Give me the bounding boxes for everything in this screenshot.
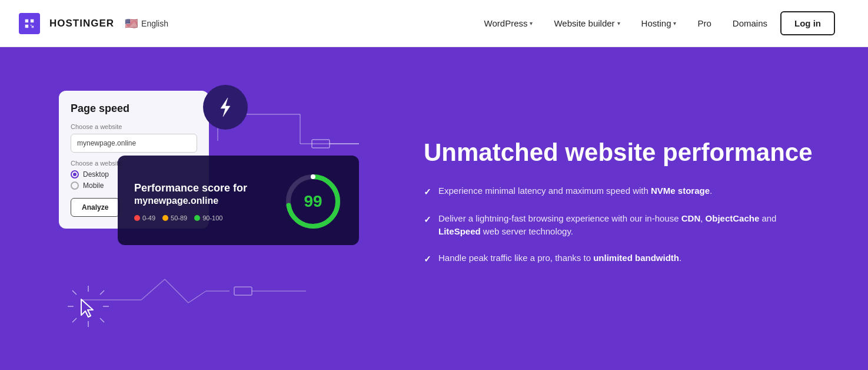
nav-label-domains: Domains — [733, 18, 767, 28]
lightning-bolt-icon — [212, 94, 238, 120]
nav-label-hosting: Hosting — [641, 18, 671, 28]
nav-label-pro: Pro — [697, 18, 711, 28]
widget-area: Page speed Choose a website Choose a web… — [47, 79, 377, 338]
hero-section: Page speed Choose a website Choose a web… — [0, 47, 868, 370]
legend-range-low: 0-49 — [142, 214, 155, 222]
score-number: 99 — [304, 192, 322, 211]
feature-item-cdn: ✓ Deliver a lightning-fast browsing expe… — [424, 212, 821, 239]
legend-item-mid: 50-89 — [162, 214, 187, 222]
score-circle-container: 99 — [284, 172, 342, 231]
website-input[interactable] — [71, 134, 197, 153]
header: HOSTINGER 🇺🇸 English WordPress ▾ Website… — [0, 0, 868, 47]
svg-rect-3 — [312, 140, 330, 148]
logo-area: HOSTINGER — [19, 13, 114, 34]
svg-marker-13 — [221, 98, 230, 117]
language-label: English — [141, 19, 168, 28]
score-legend: 0-49 50-89 90-100 — [134, 214, 272, 222]
logo-brand-text: HOSTINGER — [49, 18, 114, 29]
logo-icon — [19, 13, 40, 34]
svg-line-9 — [188, 291, 206, 303]
svg-rect-11 — [234, 287, 252, 295]
legend-item-low: 0-49 — [134, 214, 155, 222]
login-button[interactable]: Log in — [780, 11, 835, 35]
nav-label-website-builder: Website builder — [554, 18, 614, 28]
legend-dot-high — [194, 215, 200, 221]
checkmark-icon-2: ✓ — [424, 213, 431, 239]
choose-website-label: Choose a website — [71, 123, 197, 130]
page-speed-title: Page speed — [71, 103, 197, 115]
hero-title: Unmatched website performance — [424, 138, 821, 167]
checkmark-icon-1: ✓ — [424, 186, 431, 199]
nav-item-wordpress[interactable]: WordPress ▾ — [476, 14, 541, 33]
nav-item-domains[interactable]: Domains — [724, 14, 776, 33]
feature-item-nvme: ✓ Experience minimal latency and maximum… — [424, 184, 821, 199]
lightning-icon-circle — [203, 85, 248, 130]
feature-text-bandwidth: Handle peak traffic like a pro, thanks t… — [438, 252, 681, 266]
legend-dot-low — [134, 215, 140, 221]
radio-label-mobile: Mobile — [83, 181, 104, 190]
radio-circle-mobile — [71, 181, 79, 190]
svg-line-7 — [141, 279, 165, 300]
language-selector[interactable]: 🇺🇸 English — [125, 17, 168, 30]
nav-item-hosting[interactable]: Hosting ▾ — [633, 14, 685, 33]
nav-item-pro[interactable]: Pro — [689, 14, 719, 33]
hero-right-area: Unmatched website performance ✓ Experien… — [412, 138, 821, 279]
feature-text-nvme: Experience minimal latency and maximum s… — [438, 184, 712, 199]
perf-site: mynewpage.online — [134, 196, 272, 206]
radio-circle-desktop — [71, 170, 79, 179]
cursor-icon — [65, 283, 112, 330]
legend-item-high: 90-100 — [194, 214, 222, 222]
svg-point-16 — [311, 174, 315, 179]
chevron-down-icon: ▾ — [673, 20, 676, 27]
svg-marker-25 — [81, 299, 93, 317]
checkmark-icon-3: ✓ — [424, 253, 431, 266]
cursor-decoration — [65, 283, 112, 332]
svg-line-8 — [165, 279, 188, 303]
legend-range-mid: 50-89 — [171, 214, 187, 222]
main-nav: WordPress ▾ Website builder ▾ Hosting ▾ … — [476, 11, 835, 35]
flag-icon: 🇺🇸 — [125, 17, 138, 30]
analyze-button[interactable]: Analyze — [71, 198, 119, 217]
feature-list: ✓ Experience minimal latency and maximum… — [424, 184, 821, 266]
perf-text-area: Performance score for mynewpage.online 0… — [134, 181, 272, 221]
svg-line-24 — [72, 318, 77, 322]
feature-item-bandwidth: ✓ Handle peak traffic like a pro, thanks… — [424, 252, 821, 266]
feature-text-cdn: Deliver a lightning-fast browsing experi… — [438, 212, 821, 239]
legend-dot-mid — [162, 215, 168, 221]
svg-line-22 — [100, 318, 104, 322]
radio-label-desktop: Desktop — [83, 170, 109, 179]
nav-item-website-builder[interactable]: Website builder ▾ — [546, 14, 628, 33]
perf-label: Performance score for — [134, 181, 272, 195]
chevron-down-icon: ▾ — [530, 20, 533, 27]
chevron-down-icon: ▾ — [617, 20, 620, 27]
performance-score-card: Performance score for mynewpage.online 0… — [118, 156, 359, 245]
svg-line-23 — [100, 290, 104, 295]
svg-line-21 — [72, 290, 77, 295]
legend-range-high: 90-100 — [202, 214, 222, 222]
nav-label-wordpress: WordPress — [484, 18, 528, 28]
